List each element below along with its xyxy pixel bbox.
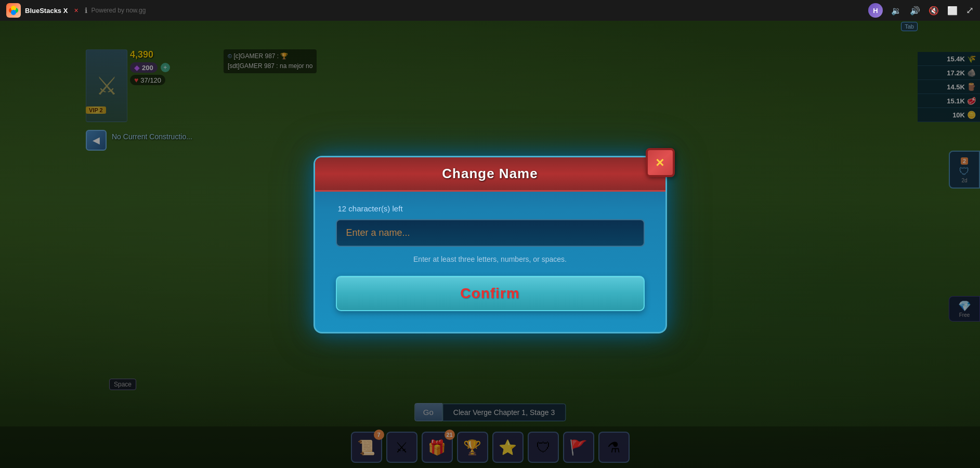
dialog-container: Change Name × 12 character(s) left Enter… [313, 156, 667, 333]
dialog-box: Change Name × 12 character(s) left Enter… [313, 156, 667, 333]
bluestacks-bar: BlueStacks X × ℹ Powered by now.gg H 🔉 🔊… [0, 0, 980, 21]
bs-info-icon[interactable]: ℹ [85, 6, 87, 15]
name-input[interactable] [336, 219, 645, 247]
game-ui: ⚔ VIP 2 4,390 ◆ 200 + ♥ 37/120 © [c]GAME… [0, 21, 980, 468]
confirm-button[interactable]: Confirm [336, 276, 645, 311]
char-count-label: 12 character(s) left [336, 204, 645, 213]
hint-text: Enter at least three letters, numbers, o… [336, 255, 645, 263]
bluestacks-logo [6, 3, 21, 18]
dialog-backdrop: Change Name × 12 character(s) left Enter… [0, 21, 980, 468]
bs-powered-by: Powered by now.gg [92, 7, 146, 14]
dialog-title: Change Name [442, 166, 538, 181]
bs-title: BlueStacks X [25, 7, 68, 15]
dialog-close-button[interactable]: × [646, 148, 675, 177]
dialog-header: Change Name [315, 157, 665, 192]
bs-volume-down-icon[interactable]: 🔉 [891, 6, 901, 16]
bs-audio-icon[interactable]: 🔊 [910, 6, 920, 16]
svg-point-3 [11, 10, 16, 15]
bs-left-section: BlueStacks X × ℹ Powered by now.gg [6, 3, 146, 18]
bs-maximize-icon[interactable]: ⤢ [966, 5, 974, 16]
bs-mute-icon[interactable]: 🔇 [929, 6, 939, 16]
bs-right-section: H 🔉 🔊 🔇 ⬜ ⤢ [868, 3, 974, 18]
bs-close-button[interactable]: × [72, 6, 80, 15]
close-x-icon: × [656, 155, 664, 170]
bs-user-avatar[interactable]: H [868, 3, 883, 18]
bs-display-icon[interactable]: ⬜ [947, 6, 958, 16]
